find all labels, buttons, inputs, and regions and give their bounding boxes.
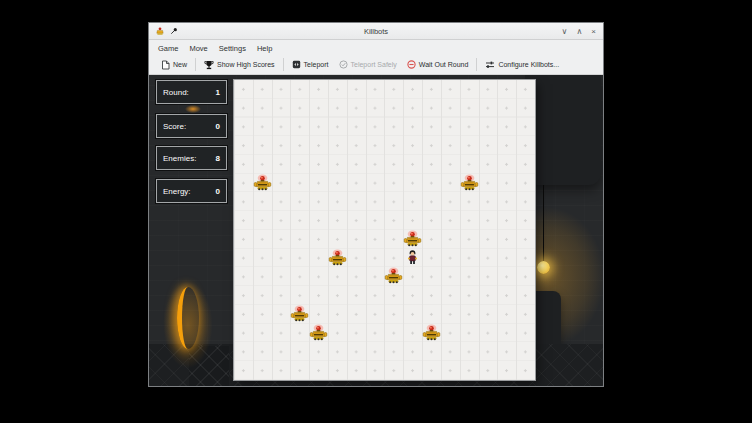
wait-out-round-icon [407, 60, 416, 69]
wait-out-round-button[interactable]: Wait Out Round [402, 57, 474, 72]
show-high-scores-button[interactable]: Show High Scores [199, 57, 280, 73]
toolbar: New Show High Scores Teleport [149, 55, 603, 75]
teleport-safely-button[interactable]: Teleport Safely [334, 57, 402, 72]
teleport-icon [292, 60, 301, 69]
enemy-robot [403, 230, 422, 247]
close-button[interactable]: × [591, 28, 596, 36]
robot-icon [253, 174, 272, 191]
enemy-robot [290, 305, 309, 322]
teleport-button[interactable]: Teleport [287, 57, 334, 72]
configure-killbots-button[interactable]: Configure Killbots... [480, 57, 564, 72]
lamp-cord [543, 185, 544, 263]
wall-sconce-light [177, 287, 199, 349]
new-button[interactable]: New [156, 57, 192, 73]
enemies-display: Enemies: 8 [156, 146, 227, 170]
enemies-label: Enemies: [163, 154, 196, 163]
robot-icon [403, 230, 422, 247]
small-glint [185, 105, 201, 113]
window-title: Killbots [149, 27, 603, 36]
round-label: Round: [163, 88, 189, 97]
enemies-value: 8 [216, 154, 220, 163]
score-display: Score: 0 [156, 114, 227, 138]
robot-icon [384, 267, 403, 284]
enemy-robot [253, 174, 272, 191]
enemy-robot [422, 324, 441, 341]
configure-sliders-icon [485, 60, 495, 69]
robot-icon [460, 174, 479, 191]
toolbar-separator [476, 58, 477, 71]
menubar: Game Move Settings Help [149, 41, 603, 55]
enemy-robot [384, 267, 403, 284]
robot-icon [328, 249, 347, 266]
energy-label: Energy: [163, 187, 191, 196]
titlebar[interactable]: Killbots ∨ ∧ × [149, 23, 603, 40]
game-board[interactable] [234, 80, 535, 380]
robot-icon [309, 324, 328, 341]
menu-help[interactable]: Help [257, 44, 272, 53]
enemy-robot [460, 174, 479, 191]
score-value: 0 [216, 122, 220, 131]
toolbar-separator [195, 58, 196, 71]
new-document-icon [161, 60, 170, 70]
enemy-robot [328, 249, 347, 266]
round-value: 1 [216, 88, 220, 97]
menu-game[interactable]: Game [158, 44, 178, 53]
background-panel-top-right [525, 75, 601, 185]
trophy-icon [204, 60, 214, 70]
enemy-robot [309, 324, 328, 341]
energy-display: Energy: 0 [156, 179, 227, 203]
hero [403, 249, 422, 266]
menu-settings[interactable]: Settings [219, 44, 246, 53]
minimize-button[interactable]: ∨ [562, 28, 568, 36]
killbots-window: Killbots ∨ ∧ × Game Move Settings Help N… [148, 22, 604, 387]
score-label: Score: [163, 122, 186, 131]
energy-value: 0 [216, 187, 220, 196]
maximize-button[interactable]: ∧ [576, 28, 582, 36]
game-view: Round: 1 Score: 0 Enemies: 8 Energy: 0 [149, 75, 603, 386]
teleport-safely-icon [339, 60, 348, 69]
hero-icon [403, 249, 422, 266]
toolbar-separator [283, 58, 284, 71]
robot-icon [422, 324, 441, 341]
hanging-lamp [537, 261, 550, 274]
round-display: Round: 1 [156, 80, 227, 104]
robot-icon [290, 305, 309, 322]
menu-move[interactable]: Move [189, 44, 207, 53]
